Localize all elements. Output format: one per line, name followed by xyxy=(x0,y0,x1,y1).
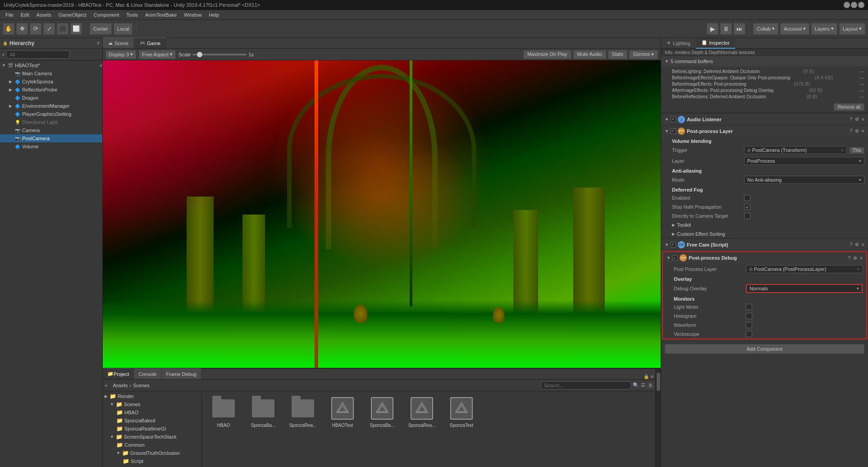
play-button[interactable]: ▶ xyxy=(707,23,718,35)
menu-animtextbake[interactable]: AnimTextBake xyxy=(142,11,180,18)
aspect-dropdown[interactable]: Free Aspect ▾ xyxy=(139,50,176,59)
project-add-icon[interactable]: + xyxy=(105,383,107,388)
asset-sponzarea[interactable]: SponzaRea... xyxy=(285,395,321,428)
hierarchy-item-playergfx[interactable]: 🔷 PlayerGraphicsSetting xyxy=(0,110,102,118)
project-vscrollbar[interactable] xyxy=(655,369,661,467)
asset-hbao[interactable]: HBAO xyxy=(206,395,242,428)
waveform-checkbox[interactable] xyxy=(746,322,752,328)
buffer-remove-4[interactable]: — xyxy=(859,94,864,99)
menu-file[interactable]: File xyxy=(2,11,17,18)
hierarchy-item-camera[interactable]: 📷 Camera xyxy=(0,126,102,134)
menu-gameobject[interactable]: GameObject xyxy=(55,11,90,18)
tree-gto[interactable]: ▼ 📁 GroundTruthOcclusion xyxy=(103,449,201,457)
tree-common[interactable]: 📁 Common xyxy=(103,441,201,449)
hierarchy-menu-icon[interactable]: ≡ xyxy=(97,41,100,46)
freecam-help-icon[interactable]: ? xyxy=(850,242,853,247)
tool-transform[interactable]: ⬜ xyxy=(70,23,82,35)
hierarchy-item-reflectionprobe[interactable]: ▶ 🔷 ReflectionProbe xyxy=(0,86,102,94)
inspector-tab[interactable]: 📋 Inspector xyxy=(696,38,735,49)
menu-edit[interactable]: Edit xyxy=(17,11,33,18)
freecam-menu-icon[interactable]: ≡ xyxy=(862,242,864,247)
menu-tools[interactable]: Tools xyxy=(123,11,142,18)
custom-effect-row[interactable]: ▶ Custom Effect Sorting xyxy=(661,229,868,238)
audio-listener-enabled[interactable] xyxy=(671,117,676,122)
remove-all-button[interactable]: Remove all xyxy=(834,103,864,111)
mute-audio-btn[interactable]: Mute Audio xyxy=(573,50,606,59)
collab-button[interactable]: Collab ▾ xyxy=(753,23,778,35)
directlytocamera-checkbox[interactable] xyxy=(744,213,750,219)
hierarchy-item-postcamera[interactable]: 📷 PostCamera xyxy=(0,134,102,142)
buffer-remove-1[interactable]: — xyxy=(859,75,864,80)
step-button[interactable]: ⏭ xyxy=(734,23,745,35)
histogram-checkbox[interactable] xyxy=(746,313,752,319)
tree-scenes[interactable]: ▼ 📁 Scenes xyxy=(103,400,201,408)
ppd-settings-icon[interactable]: ⚙ xyxy=(853,256,857,261)
account-button[interactable]: Account ▾ xyxy=(780,23,809,35)
debug-overlay-field[interactable]: Normals ▾ xyxy=(746,284,863,293)
hierarchy-item-maincamera[interactable]: 📷 Main Camera xyxy=(0,69,102,78)
ppd-layer-circle[interactable]: ○ xyxy=(857,267,859,271)
tree-shaders[interactable]: ▼ 📁 Shaders xyxy=(103,465,201,467)
tree-hbao[interactable]: 📁 HBAO xyxy=(103,408,201,417)
buffer-remove-2[interactable]: — xyxy=(859,81,864,87)
menu-assets[interactable]: Assets xyxy=(33,11,55,18)
project-tab[interactable]: 📁 Project xyxy=(103,368,134,379)
tree-sponzabaked[interactable]: 📁 SponzaBaked xyxy=(103,417,201,425)
asset-sponzaba2[interactable]: SponzaBa... xyxy=(364,395,400,428)
vectoscope-checkbox[interactable] xyxy=(746,331,752,337)
close-button[interactable]: ✕ xyxy=(858,2,864,8)
ppd-menu-icon[interactable]: ≡ xyxy=(860,256,863,261)
stats-btn[interactable]: Stats xyxy=(608,50,627,59)
search-icon[interactable]: 🔍 xyxy=(633,382,639,388)
console-tab[interactable]: Console xyxy=(134,368,161,379)
game-tab[interactable]: 🎮 Game xyxy=(134,37,166,48)
hierarchy-item-menu[interactable]: ≡ xyxy=(100,63,102,68)
game-viewport[interactable] xyxy=(103,60,661,368)
trigger-circle-icon[interactable]: ○ xyxy=(841,148,844,152)
tree-script[interactable]: 📁 Script xyxy=(103,457,201,465)
scale-slider[interactable] xyxy=(192,54,247,55)
hierarchy-item-hbaotest[interactable]: ▼ 🎬 HBAOTest* ≡ xyxy=(0,61,102,69)
tree-render[interactable]: ▶ 📁 Render xyxy=(103,392,201,400)
asset-hbaotest[interactable]: HBAOTest xyxy=(324,395,361,428)
buffer-remove-0[interactable]: — xyxy=(859,69,864,74)
gizmos-btn[interactable]: Gizmos ▾ xyxy=(629,50,658,59)
filter-icon[interactable]: ☰ xyxy=(641,382,645,388)
hierarchy-item-envmanager[interactable]: ▶ 🔷 EnvironmentManager xyxy=(0,102,102,110)
lightmeter-checkbox[interactable] xyxy=(746,304,752,310)
hierarchy-search[interactable] xyxy=(6,50,69,59)
framedebug-tab[interactable]: Frame Debug xyxy=(162,368,201,379)
mode-field[interactable]: No Anti-aliasing ▾ xyxy=(744,176,864,184)
project-menu-icon[interactable]: ≡ xyxy=(651,374,653,379)
project-search-input[interactable] xyxy=(541,381,631,389)
minimize-button[interactable]: — xyxy=(844,2,850,8)
tree-sponzarealtime[interactable]: 📁 SponzaRealtimeGI xyxy=(103,425,201,433)
add-component-button[interactable]: Add Component xyxy=(665,344,864,354)
breadcrumb-scenes[interactable]: Scenes xyxy=(133,383,150,388)
asset-sponzarea2[interactable]: SponzaRea... xyxy=(404,395,440,428)
ppl-help-icon[interactable]: ? xyxy=(850,128,853,133)
audio-help-icon[interactable]: ? xyxy=(850,117,853,122)
tool-scale[interactable]: ⤢ xyxy=(43,23,55,35)
project-lock-icon[interactable]: 🔒 xyxy=(644,374,649,379)
toolkit-row[interactable]: ▶ Toolkit xyxy=(661,220,868,229)
command-buffers-header[interactable]: ▼ 5 command buffers xyxy=(661,56,868,66)
buffer-remove-3[interactable]: — xyxy=(859,87,864,93)
layout-button[interactable]: Layout ▾ xyxy=(839,23,865,35)
menu-window[interactable]: Window xyxy=(180,11,205,18)
stopnan-checkbox[interactable] xyxy=(744,204,750,210)
layers-button[interactable]: Layers ▾ xyxy=(811,23,837,35)
center-button[interactable]: Center xyxy=(90,23,112,35)
asset-sponzatest[interactable]: SponzaTest xyxy=(443,395,480,428)
tool-hand[interactable]: ✋ xyxy=(3,23,14,35)
layer-field[interactable]: PostProcess ▾ xyxy=(744,157,864,165)
trigger-field[interactable]: ◎ PostCamera (Transform) ○ xyxy=(744,146,847,154)
menu-component[interactable]: Component xyxy=(90,11,123,18)
freecam-settings-icon[interactable]: ⚙ xyxy=(855,242,859,247)
maximize-on-play-btn[interactable]: Maximize On Play xyxy=(523,50,571,59)
hierarchy-item-volume[interactable]: 🔷 Volume xyxy=(0,142,102,151)
ppd-help-icon[interactable]: ? xyxy=(848,256,851,261)
pause-button[interactable]: ⏸ xyxy=(720,23,732,35)
breadcrumb-assets[interactable]: Assets xyxy=(113,383,128,388)
hierarchy-item-crytek[interactable]: ▶ 🔷 CrytekSponza xyxy=(0,78,102,86)
